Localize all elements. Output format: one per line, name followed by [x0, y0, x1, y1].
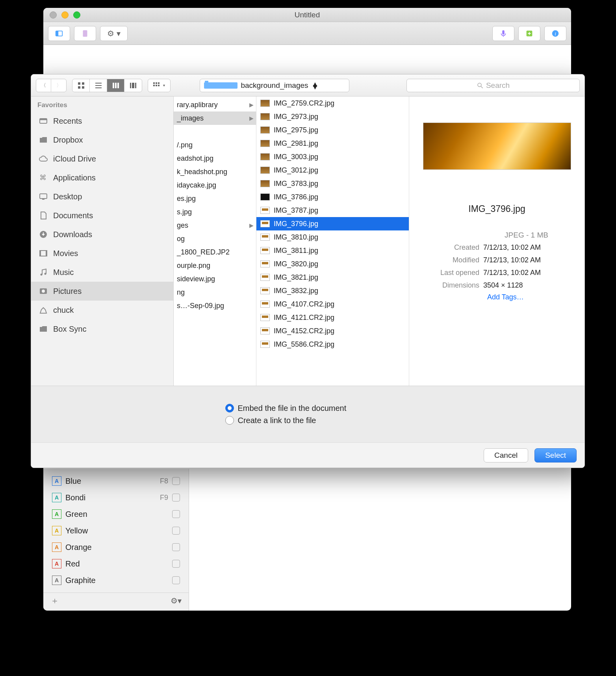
- fav-label: Dropbox: [53, 136, 83, 145]
- sidebar-item-recents[interactable]: Recents: [31, 111, 173, 130]
- file-item[interactable]: IMG_3786.jpg: [256, 190, 409, 204]
- file-item[interactable]: IMG_4152.CR2.jpg: [256, 324, 409, 338]
- meta-key: Created: [416, 241, 483, 254]
- col1-item[interactable]: rary.aplibrary▶: [174, 98, 256, 111]
- style-checkbox[interactable]: [172, 543, 180, 551]
- icon-view-button[interactable]: [72, 79, 90, 92]
- style-item-yellow[interactable]: AYellow: [43, 522, 189, 539]
- style-checkbox[interactable]: [172, 510, 180, 518]
- style-item-red[interactable]: ARed: [43, 555, 189, 572]
- add-style-button[interactable]: ＋: [50, 595, 59, 607]
- select-button[interactable]: Select: [534, 448, 577, 462]
- style-label: Yellow: [65, 526, 164, 535]
- sidebar-item-pictures[interactable]: Pictures: [31, 282, 173, 301]
- group-menu[interactable]: ▾: [148, 79, 171, 92]
- back-button[interactable]: 〈: [36, 79, 51, 92]
- sidebar-item-applications[interactable]: ⌘Applications: [31, 168, 173, 187]
- col1-item[interactable]: es.jpg: [174, 192, 256, 205]
- list-view-button[interactable]: [90, 79, 107, 92]
- file-item[interactable]: IMG_2975.jpg: [256, 123, 409, 137]
- file-item[interactable]: IMG_4121.CR2.jpg: [256, 311, 409, 324]
- link-radio[interactable]: Create a link to the file: [225, 416, 391, 425]
- file-item[interactable]: IMG_3787.jpg: [256, 204, 409, 217]
- gallery-view-button[interactable]: [124, 79, 142, 92]
- sidebar-item-dropbox[interactable]: Dropbox: [31, 130, 173, 149]
- mic-button[interactable]: [492, 26, 514, 41]
- sidebar-item-icloud-drive[interactable]: iCloud Drive: [31, 149, 173, 168]
- column-view-button[interactable]: [107, 79, 124, 92]
- sidebar-item-box-sync[interactable]: Box Sync: [31, 319, 173, 338]
- svg-rect-25: [158, 85, 160, 86]
- fav-icon: [38, 267, 48, 277]
- col1-item[interactable]: k_headshot.png: [174, 165, 256, 178]
- file-name: IMG_3783.jpg: [274, 180, 318, 188]
- col1-item[interactable]: ges▶: [174, 219, 256, 232]
- toolbar-button-2[interactable]: [74, 26, 96, 41]
- col1-item[interactable]: _images▶: [174, 111, 256, 125]
- style-item-graphite[interactable]: AGraphite: [43, 572, 189, 589]
- style-swatch-icon: A: [52, 542, 61, 552]
- col1-item[interactable]: sideview.jpg: [174, 272, 256, 286]
- style-checkbox[interactable]: [172, 477, 180, 485]
- fav-icon: ⌘: [38, 173, 48, 183]
- radio-on-icon: [225, 404, 234, 412]
- fav-label: Applications: [53, 173, 96, 182]
- col1-item[interactable]: s.jpg: [174, 205, 256, 219]
- style-swatch-icon: A: [52, 476, 61, 486]
- add-button[interactable]: [518, 26, 540, 41]
- folder-popup[interactable]: background_images ▲▼: [200, 79, 349, 92]
- file-item[interactable]: IMG_3783.jpg: [256, 177, 409, 190]
- col1-item[interactable]: /.png: [174, 138, 256, 152]
- col1-item[interactable]: og: [174, 232, 256, 245]
- search-input[interactable]: Search: [406, 79, 580, 92]
- file-item[interactable]: IMG_3811.jpg: [256, 244, 409, 257]
- file-item[interactable]: IMG_3810.jpg: [256, 230, 409, 244]
- file-item[interactable]: IMG_3820.jpg: [256, 257, 409, 271]
- col1-item[interactable]: ourple.png: [174, 259, 256, 272]
- file-item[interactable]: IMG_3003.jpg: [256, 150, 409, 163]
- file-item[interactable]: IMG_3012.jpg: [256, 163, 409, 177]
- toolbar-action-menu[interactable]: ⚙︎ ▾: [100, 26, 128, 41]
- file-item[interactable]: IMG_2981.jpg: [256, 137, 409, 150]
- styles-gear-menu[interactable]: ⚙︎▾: [171, 596, 182, 605]
- file-item[interactable]: IMG_2973.jpg: [256, 110, 409, 123]
- add-tags-link[interactable]: Add Tags…: [416, 293, 577, 301]
- sidebar-item-documents[interactable]: Documents: [31, 206, 173, 225]
- svg-rect-7: [78, 82, 80, 85]
- sidebar-item-desktop[interactable]: Desktop: [31, 187, 173, 206]
- sidebar-item-chuck[interactable]: chuck: [31, 301, 173, 319]
- forward-button[interactable]: 〉: [51, 79, 66, 92]
- toolbar-button-1[interactable]: [48, 26, 70, 41]
- col1-item[interactable]: [174, 125, 256, 138]
- col1-item[interactable]: _1800_RED.JP2: [174, 245, 256, 259]
- cancel-button[interactable]: Cancel: [484, 448, 528, 462]
- file-item[interactable]: IMG_2759.CR2.jpg: [256, 97, 409, 110]
- file-item[interactable]: IMG_4107.CR2.jpg: [256, 297, 409, 311]
- file-thumb-icon: [260, 301, 270, 308]
- open-file-sheet: 〈 〉 ▾ background_images ▲▼ Search Favori…: [31, 74, 585, 468]
- info-button[interactable]: i: [544, 26, 566, 41]
- sidebar-item-downloads[interactable]: Downloads: [31, 225, 173, 244]
- style-checkbox[interactable]: [172, 527, 180, 535]
- file-thumb-icon: [260, 193, 270, 201]
- style-checkbox[interactable]: [172, 576, 180, 584]
- file-item[interactable]: IMG_3832.jpg: [256, 284, 409, 297]
- style-item-bondi[interactable]: ABondiF9: [43, 489, 189, 506]
- col1-item[interactable]: idaycake.jpg: [174, 178, 256, 192]
- file-item[interactable]: IMG_5586.CR2.jpg: [256, 338, 409, 351]
- sidebar-item-music[interactable]: Music: [31, 263, 173, 282]
- file-item[interactable]: IMG_3821.jpg: [256, 271, 409, 284]
- file-item[interactable]: IMG_3796.jpg: [256, 217, 409, 230]
- preview-type: JPEG - 1 MB: [416, 231, 577, 240]
- file-name: IMG_4107.CR2.jpg: [274, 300, 334, 308]
- style-item-green[interactable]: AGreen: [43, 506, 189, 522]
- embed-radio[interactable]: Embed the file in the document: [225, 404, 391, 413]
- style-checkbox[interactable]: [172, 494, 180, 501]
- col1-item[interactable]: eadshot.jpg: [174, 152, 256, 165]
- col1-item[interactable]: ng: [174, 286, 256, 299]
- style-item-orange[interactable]: AOrange: [43, 539, 189, 555]
- style-checkbox[interactable]: [172, 560, 180, 568]
- sidebar-item-movies[interactable]: Movies: [31, 244, 173, 263]
- style-item-blue[interactable]: ABlueF8: [43, 473, 189, 489]
- col1-item[interactable]: s…-Sep-09.jpg: [174, 299, 256, 312]
